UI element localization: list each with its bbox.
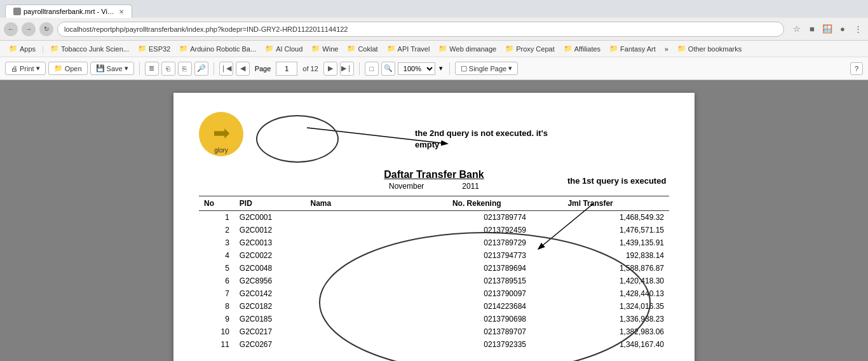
bm-arduino[interactable]: 📁 Arduino Robotic Ba...: [175, 43, 260, 54]
print-button[interactable]: 🖨 Print ▾: [5, 62, 46, 75]
cell-pid: G2C0001: [234, 211, 306, 224]
first-page-btn[interactable]: ❘◀: [219, 62, 233, 76]
browser-tab[interactable]: payrolltransferbank.mrt - Viewer ✕: [5, 4, 132, 18]
bm-coklat[interactable]: 📁 Coklat: [343, 43, 381, 54]
bm-aicloud[interactable]: 📁 AI Cloud: [261, 43, 306, 54]
url-icons: ☆ ■ 🪟 ● ⋮: [790, 23, 864, 36]
table-row: 7 G2C0142 0213790097 1,428,440.13: [199, 287, 669, 300]
sep-1: [139, 62, 140, 75]
pdf-content-area: ⬅ glory the 2nd query is not executed. i…: [0, 80, 868, 361]
find-btn[interactable]: 🔎: [194, 62, 208, 76]
cell-jml-transfer: 1,382,983.06: [562, 325, 669, 338]
next-page-btn[interactable]: ▶: [323, 62, 337, 76]
bm-wine[interactable]: 📁 Wine: [308, 43, 342, 54]
bookmarks-apps[interactable]: 📁 Apps: [5, 43, 39, 54]
star-icon[interactable]: ☆: [790, 23, 803, 36]
bm-proxycepat[interactable]: 📁 Proxy Cepat: [501, 43, 559, 54]
cell-rekening: 0213789694: [447, 262, 563, 275]
data-table: No PID Nama No. Rekening Jml Transfer 1 …: [199, 196, 669, 351]
cell-nama: [306, 211, 447, 224]
bm-affiliates[interactable]: 📁 Affiliates: [560, 43, 604, 54]
back-btn[interactable]: ←: [4, 22, 18, 36]
view-dropdown-icon: ▾: [508, 64, 512, 72]
cell-pid: G2C8956: [234, 275, 306, 287]
webdimanage-icon: 📁: [438, 44, 447, 53]
table-row: 8 G2C0182 0214223684 1,324,016.35: [199, 300, 669, 313]
page-input[interactable]: [276, 62, 297, 76]
zoom-select[interactable]: 100% 75% 125% 150%: [398, 62, 435, 75]
open-button[interactable]: 📁 Open: [48, 62, 88, 75]
menu-icon[interactable]: ⋮: [851, 23, 864, 36]
logo-text: glory: [214, 147, 228, 154]
cell-jml-transfer: 1,420,418.30: [562, 275, 669, 287]
save-label: Save: [107, 65, 123, 72]
table-row: 5 G2C0048 0213789694 1,588,876.87: [199, 262, 669, 275]
cell-no: 11: [199, 338, 234, 351]
annotation-2nd-text: the 2nd query is not executed. it's empt…: [415, 128, 548, 149]
sep-2: [214, 62, 214, 75]
cell-pid: G2C0267: [234, 338, 306, 351]
bm-affiliates-label: Affiliates: [574, 45, 600, 53]
page-label: Page: [255, 65, 271, 72]
cell-nama: [306, 224, 447, 236]
table-row: 1 G2C0001 0213789774 1,468,549.32: [199, 211, 669, 224]
cell-rekening: 0213794773: [447, 249, 563, 262]
bm-esp32[interactable]: 📁 ESP32: [134, 43, 174, 54]
cell-pid: G2C0217: [234, 325, 306, 338]
url-field[interactable]: localhost/reportphp/payrolltransferbank/…: [57, 22, 784, 37]
cell-jml-transfer: 1,468,549.32: [562, 211, 669, 224]
bm-sep-1: |: [42, 45, 44, 53]
tab-close-btn[interactable]: ✕: [119, 8, 124, 15]
screenshot-icon[interactable]: ■: [806, 23, 818, 36]
save-button[interactable]: 💾 Save ▾: [90, 62, 134, 75]
bm-otherbookmarks-label: Other bookmarks: [688, 45, 742, 53]
esp32-icon: 📁: [138, 44, 147, 53]
cell-nama: [306, 249, 447, 262]
bm-tobacco-label: Tobacco Junk Scien...: [61, 45, 129, 53]
sep-3: [359, 62, 360, 75]
last-page-btn[interactable]: ▶❘: [340, 62, 354, 76]
table-row: 4 G2C0022 0213794773 192,838.14: [199, 249, 669, 262]
extensions-icon[interactable]: 🪟: [821, 23, 834, 36]
cell-no: 9: [199, 313, 234, 325]
bm-webdimanage-label: Web dimanage: [449, 45, 496, 53]
save-icon: 💾: [96, 64, 105, 72]
cell-no: 1: [199, 211, 234, 224]
bm-fantasyart[interactable]: 📁 Fantasy Art: [606, 43, 660, 54]
th-rekening: No. Rekening: [447, 196, 563, 211]
paste-btn[interactable]: ⎘: [178, 62, 192, 76]
annotation-1st-text: the 1st query is executed: [567, 176, 666, 186]
copy-btn[interactable]: ⎗: [161, 62, 175, 76]
profile-icon[interactable]: ●: [836, 23, 849, 36]
single-page-label: Single Page: [469, 65, 506, 72]
url-bar-row: ← → ↻ localhost/reportphp/payrolltransfe…: [0, 18, 868, 41]
bm-otherbookmarks[interactable]: 📁 Other bookmarks: [674, 43, 745, 54]
cell-rekening: 0213789729: [447, 236, 563, 249]
columns-btn[interactable]: ≣: [145, 62, 159, 76]
help-button[interactable]: ?: [850, 62, 863, 75]
cell-pid: G2C0142: [234, 287, 306, 300]
bm-proxycepat-label: Proxy Cepat: [516, 45, 555, 53]
cell-pid: G2C0012: [234, 224, 306, 236]
prev-page-btn[interactable]: ◀: [236, 62, 250, 76]
cell-rekening: 0213789515: [447, 275, 563, 287]
bm-more[interactable]: »: [661, 44, 672, 54]
refresh-btn[interactable]: ↻: [39, 22, 53, 36]
search-btn[interactable]: 🔍: [381, 62, 395, 76]
of-pages: of 12: [302, 65, 318, 72]
page-header: ⬅ glory the 2nd query is not executed. i…: [199, 112, 669, 163]
oval-shape: [256, 115, 339, 163]
bm-tobacco[interactable]: 📁 Tobacco Junk Scien...: [46, 43, 133, 54]
fit-width-btn[interactable]: □: [365, 62, 379, 76]
single-page-btn[interactable]: ▢ Single Page ▾: [455, 62, 518, 75]
cell-jml-transfer: 1,476,571.15: [562, 224, 669, 236]
url-text: localhost/reportphp/payrolltransferbank/…: [64, 25, 348, 33]
table-row: 10 G2C0217 0213789707 1,382,983.06: [199, 325, 669, 338]
forward-btn[interactable]: →: [22, 22, 36, 36]
wine-icon: 📁: [311, 44, 320, 53]
bm-apitravel[interactable]: 📁 API Travel: [383, 43, 434, 54]
table-row: 3 G2C0013 0213789729 1,439,135.91: [199, 236, 669, 249]
tab-favicon: [13, 8, 21, 15]
bm-webdimanage[interactable]: 📁 Web dimanage: [435, 43, 500, 54]
help-label: ?: [855, 65, 858, 72]
